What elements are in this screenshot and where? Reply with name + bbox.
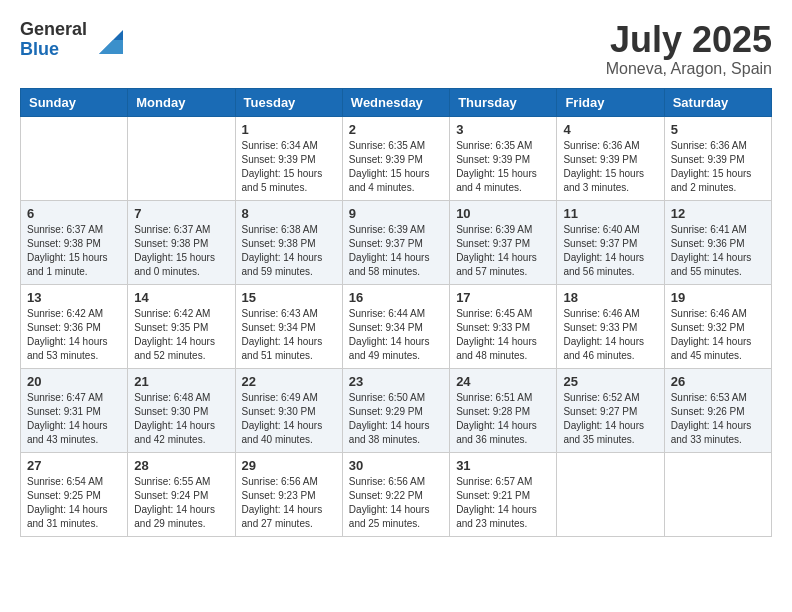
page-header: General Blue July 2025 Moneva, Aragon, S… — [20, 20, 772, 78]
calendar-cell: 1Sunrise: 6:34 AM Sunset: 9:39 PM Daylig… — [235, 116, 342, 200]
day-info: Sunrise: 6:46 AM Sunset: 9:33 PM Dayligh… — [563, 307, 657, 363]
day-number: 27 — [27, 458, 121, 473]
day-info: Sunrise: 6:35 AM Sunset: 9:39 PM Dayligh… — [456, 139, 550, 195]
weekday-header-tuesday: Tuesday — [235, 88, 342, 116]
calendar-cell — [557, 452, 664, 536]
day-info: Sunrise: 6:48 AM Sunset: 9:30 PM Dayligh… — [134, 391, 228, 447]
day-number: 15 — [242, 290, 336, 305]
day-info: Sunrise: 6:51 AM Sunset: 9:28 PM Dayligh… — [456, 391, 550, 447]
calendar-cell: 8Sunrise: 6:38 AM Sunset: 9:38 PM Daylig… — [235, 200, 342, 284]
day-number: 26 — [671, 374, 765, 389]
location-title: Moneva, Aragon, Spain — [606, 60, 772, 78]
calendar-cell: 9Sunrise: 6:39 AM Sunset: 9:37 PM Daylig… — [342, 200, 449, 284]
calendar-week-row: 6Sunrise: 6:37 AM Sunset: 9:38 PM Daylig… — [21, 200, 772, 284]
calendar-cell: 30Sunrise: 6:56 AM Sunset: 9:22 PM Dayli… — [342, 452, 449, 536]
calendar-week-row: 27Sunrise: 6:54 AM Sunset: 9:25 PM Dayli… — [21, 452, 772, 536]
day-number: 4 — [563, 122, 657, 137]
weekday-header-row: SundayMondayTuesdayWednesdayThursdayFrid… — [21, 88, 772, 116]
day-number: 6 — [27, 206, 121, 221]
calendar-cell: 25Sunrise: 6:52 AM Sunset: 9:27 PM Dayli… — [557, 368, 664, 452]
logo-blue: Blue — [20, 40, 87, 60]
logo-icon — [91, 26, 123, 54]
day-number: 14 — [134, 290, 228, 305]
calendar-cell — [664, 452, 771, 536]
day-number: 18 — [563, 290, 657, 305]
calendar-week-row: 13Sunrise: 6:42 AM Sunset: 9:36 PM Dayli… — [21, 284, 772, 368]
day-number: 3 — [456, 122, 550, 137]
day-info: Sunrise: 6:47 AM Sunset: 9:31 PM Dayligh… — [27, 391, 121, 447]
day-number: 8 — [242, 206, 336, 221]
day-number: 11 — [563, 206, 657, 221]
calendar-cell — [21, 116, 128, 200]
calendar-cell: 19Sunrise: 6:46 AM Sunset: 9:32 PM Dayli… — [664, 284, 771, 368]
calendar-cell — [128, 116, 235, 200]
day-info: Sunrise: 6:45 AM Sunset: 9:33 PM Dayligh… — [456, 307, 550, 363]
day-info: Sunrise: 6:50 AM Sunset: 9:29 PM Dayligh… — [349, 391, 443, 447]
day-number: 29 — [242, 458, 336, 473]
calendar-cell: 13Sunrise: 6:42 AM Sunset: 9:36 PM Dayli… — [21, 284, 128, 368]
calendar-cell: 11Sunrise: 6:40 AM Sunset: 9:37 PM Dayli… — [557, 200, 664, 284]
day-info: Sunrise: 6:49 AM Sunset: 9:30 PM Dayligh… — [242, 391, 336, 447]
weekday-header-saturday: Saturday — [664, 88, 771, 116]
calendar-cell: 3Sunrise: 6:35 AM Sunset: 9:39 PM Daylig… — [450, 116, 557, 200]
day-number: 30 — [349, 458, 443, 473]
weekday-header-thursday: Thursday — [450, 88, 557, 116]
day-info: Sunrise: 6:57 AM Sunset: 9:21 PM Dayligh… — [456, 475, 550, 531]
calendar-cell: 23Sunrise: 6:50 AM Sunset: 9:29 PM Dayli… — [342, 368, 449, 452]
day-info: Sunrise: 6:53 AM Sunset: 9:26 PM Dayligh… — [671, 391, 765, 447]
calendar-cell: 27Sunrise: 6:54 AM Sunset: 9:25 PM Dayli… — [21, 452, 128, 536]
calendar-cell: 28Sunrise: 6:55 AM Sunset: 9:24 PM Dayli… — [128, 452, 235, 536]
day-number: 12 — [671, 206, 765, 221]
calendar-cell: 7Sunrise: 6:37 AM Sunset: 9:38 PM Daylig… — [128, 200, 235, 284]
day-info: Sunrise: 6:38 AM Sunset: 9:38 PM Dayligh… — [242, 223, 336, 279]
logo-general: General — [20, 20, 87, 40]
day-number: 24 — [456, 374, 550, 389]
day-number: 25 — [563, 374, 657, 389]
calendar-cell: 14Sunrise: 6:42 AM Sunset: 9:35 PM Dayli… — [128, 284, 235, 368]
calendar-cell: 26Sunrise: 6:53 AM Sunset: 9:26 PM Dayli… — [664, 368, 771, 452]
day-number: 7 — [134, 206, 228, 221]
calendar-cell: 15Sunrise: 6:43 AM Sunset: 9:34 PM Dayli… — [235, 284, 342, 368]
weekday-header-friday: Friday — [557, 88, 664, 116]
day-info: Sunrise: 6:39 AM Sunset: 9:37 PM Dayligh… — [349, 223, 443, 279]
calendar-cell: 6Sunrise: 6:37 AM Sunset: 9:38 PM Daylig… — [21, 200, 128, 284]
day-number: 22 — [242, 374, 336, 389]
day-info: Sunrise: 6:37 AM Sunset: 9:38 PM Dayligh… — [134, 223, 228, 279]
title-block: July 2025 Moneva, Aragon, Spain — [606, 20, 772, 78]
calendar-cell: 10Sunrise: 6:39 AM Sunset: 9:37 PM Dayli… — [450, 200, 557, 284]
calendar-cell: 12Sunrise: 6:41 AM Sunset: 9:36 PM Dayli… — [664, 200, 771, 284]
calendar-cell: 17Sunrise: 6:45 AM Sunset: 9:33 PM Dayli… — [450, 284, 557, 368]
day-info: Sunrise: 6:56 AM Sunset: 9:23 PM Dayligh… — [242, 475, 336, 531]
day-number: 19 — [671, 290, 765, 305]
day-info: Sunrise: 6:42 AM Sunset: 9:36 PM Dayligh… — [27, 307, 121, 363]
day-number: 1 — [242, 122, 336, 137]
day-number: 16 — [349, 290, 443, 305]
calendar-cell: 2Sunrise: 6:35 AM Sunset: 9:39 PM Daylig… — [342, 116, 449, 200]
day-number: 17 — [456, 290, 550, 305]
logo: General Blue — [20, 20, 123, 60]
day-info: Sunrise: 6:42 AM Sunset: 9:35 PM Dayligh… — [134, 307, 228, 363]
weekday-header-monday: Monday — [128, 88, 235, 116]
day-info: Sunrise: 6:41 AM Sunset: 9:36 PM Dayligh… — [671, 223, 765, 279]
calendar-week-row: 20Sunrise: 6:47 AM Sunset: 9:31 PM Dayli… — [21, 368, 772, 452]
day-info: Sunrise: 6:43 AM Sunset: 9:34 PM Dayligh… — [242, 307, 336, 363]
day-number: 20 — [27, 374, 121, 389]
calendar-cell: 5Sunrise: 6:36 AM Sunset: 9:39 PM Daylig… — [664, 116, 771, 200]
day-number: 21 — [134, 374, 228, 389]
day-info: Sunrise: 6:44 AM Sunset: 9:34 PM Dayligh… — [349, 307, 443, 363]
weekday-header-wednesday: Wednesday — [342, 88, 449, 116]
calendar-table: SundayMondayTuesdayWednesdayThursdayFrid… — [20, 88, 772, 537]
day-number: 28 — [134, 458, 228, 473]
day-info: Sunrise: 6:55 AM Sunset: 9:24 PM Dayligh… — [134, 475, 228, 531]
day-number: 10 — [456, 206, 550, 221]
day-info: Sunrise: 6:39 AM Sunset: 9:37 PM Dayligh… — [456, 223, 550, 279]
month-title: July 2025 — [606, 20, 772, 60]
day-info: Sunrise: 6:36 AM Sunset: 9:39 PM Dayligh… — [671, 139, 765, 195]
day-info: Sunrise: 6:37 AM Sunset: 9:38 PM Dayligh… — [27, 223, 121, 279]
day-info: Sunrise: 6:46 AM Sunset: 9:32 PM Dayligh… — [671, 307, 765, 363]
day-number: 2 — [349, 122, 443, 137]
weekday-header-sunday: Sunday — [21, 88, 128, 116]
day-number: 23 — [349, 374, 443, 389]
calendar-cell: 20Sunrise: 6:47 AM Sunset: 9:31 PM Dayli… — [21, 368, 128, 452]
calendar-cell: 4Sunrise: 6:36 AM Sunset: 9:39 PM Daylig… — [557, 116, 664, 200]
